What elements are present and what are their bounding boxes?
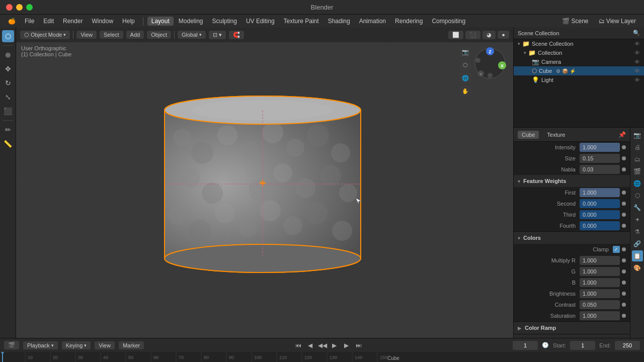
physics-props-icon[interactable]: ⚗ (632, 226, 643, 237)
modifier-props-icon[interactable]: 🔧 (632, 202, 643, 213)
custom-properties-header[interactable]: ▶ Custom Properties (514, 334, 630, 338)
select-menu[interactable]: Select (100, 31, 123, 39)
scene-collection-visibility[interactable]: 👁 (634, 41, 640, 47)
jump-end-btn[interactable]: ⏭ (354, 340, 364, 350)
second-keyframe-dot[interactable] (622, 202, 626, 206)
object-props-icon[interactable]: ⬡ (632, 190, 643, 201)
prop-pin-icon[interactable]: 📌 (618, 131, 626, 138)
cursor-tool[interactable]: ⊕ (2, 49, 14, 61)
world-props-icon[interactable]: 🌐 (632, 178, 643, 189)
outliner-filter-icon[interactable]: 🔍 (633, 30, 640, 36)
workspace-animation[interactable]: Animation (355, 17, 390, 26)
menu-blender[interactable]: 🍊 (4, 17, 20, 26)
intensity-keyframe-dot[interactable] (622, 145, 626, 149)
outliner-item-scene-collection[interactable]: ▾ 📁 Scene Collection 👁 (514, 39, 644, 48)
viewport-shading-lookdev[interactable]: ◕ (482, 31, 496, 39)
object-menu[interactable]: Object (147, 31, 171, 39)
nabla-value[interactable]: 0.03 (580, 165, 620, 174)
start-frame[interactable]: 1 (570, 341, 595, 350)
multiply-r-value[interactable]: 1.000 (580, 256, 620, 265)
nabla-keyframe-dot[interactable] (622, 167, 626, 171)
fourth-value[interactable]: 0.000 (580, 221, 620, 230)
prev-frame-btn[interactable]: ◀ (305, 340, 315, 350)
workspace-texture-paint[interactable]: Texture Paint (280, 17, 323, 26)
play-btn[interactable]: ▶ (330, 340, 340, 350)
intensity-value[interactable]: 1.000 (580, 143, 620, 152)
feature-weights-header[interactable]: ▾ Feature Weights (514, 175, 630, 187)
menu-help[interactable]: Help (118, 17, 139, 26)
brightness-dot[interactable] (622, 292, 626, 296)
workspace-modeling[interactable]: Modeling (175, 17, 207, 26)
keying-dropdown[interactable]: Keying ▾ (62, 341, 91, 349)
camera-view-btn[interactable]: 📷 (460, 46, 471, 57)
select-tool[interactable]: ⬡ (2, 30, 14, 42)
minimize-button[interactable] (16, 4, 23, 11)
outliner-item-camera[interactable]: 📷 Camera 👁 (514, 57, 644, 66)
material-props-icon[interactable]: 🎨 (632, 262, 643, 274)
add-menu[interactable]: Add (126, 31, 144, 39)
workspace-layout[interactable]: Layout (147, 17, 174, 26)
play-reverse-btn[interactable]: ◀◀ (317, 340, 328, 350)
cube-visibility[interactable]: 👁 (634, 68, 640, 74)
menu-render[interactable]: Render (59, 17, 87, 26)
viewport[interactable]: ⬡ Object Mode ▾ View Select Add Object G… (16, 27, 513, 338)
close-button[interactable] (6, 4, 13, 11)
saturation-dot[interactable] (622, 314, 626, 318)
viewport-shading-render[interactable]: ● (498, 31, 509, 39)
annotate-tool[interactable]: ✏ (2, 124, 14, 136)
rotate-tool[interactable]: ↻ (2, 77, 14, 89)
first-keyframe-dot[interactable] (622, 191, 626, 195)
collection-visibility[interactable]: 👁 (634, 50, 640, 56)
multiply-r-dot[interactable] (622, 258, 626, 262)
menu-window[interactable]: Window (88, 17, 117, 26)
view-layer-props-icon[interactable]: 🗂 (632, 154, 643, 165)
marker-menu[interactable]: Marker (119, 341, 144, 349)
viewport-shading-wire[interactable]: ⬜ (448, 31, 463, 39)
pivot-dropdown[interactable]: ⊡ ▾ (209, 31, 226, 39)
size-value[interactable]: 0.15 (580, 154, 620, 163)
navigation-gizmo[interactable]: Z X Y (473, 46, 507, 80)
workspace-rendering[interactable]: Rendering (391, 17, 427, 26)
viewport-shading-solid[interactable]: ⬛ (465, 31, 480, 39)
scale-tool[interactable]: ⤡ (2, 91, 14, 103)
clamp-checkbox[interactable]: ✓ (613, 246, 620, 253)
bottom-view-source[interactable]: 🎬 (4, 341, 19, 349)
light-visibility[interactable]: 👁 (634, 77, 640, 83)
size-keyframe-dot[interactable] (622, 156, 626, 160)
b-dot[interactable] (622, 281, 626, 285)
view-layer[interactable]: 🗂 View Layer (595, 17, 640, 26)
third-value[interactable]: 0.000 (580, 210, 620, 219)
measure-tool[interactable]: 📏 (2, 138, 14, 150)
output-props-icon[interactable]: 🖨 (632, 142, 643, 153)
perspective-btn[interactable]: ⬡ (460, 59, 471, 70)
bottom-view-menu[interactable]: View (95, 341, 115, 349)
menu-file[interactable]: File (21, 17, 38, 26)
g-dot[interactable] (622, 269, 626, 274)
workspace-sculpting[interactable]: Sculpting (208, 17, 241, 26)
prop-tab-texture[interactable]: Texture (543, 131, 569, 139)
contrast-dot[interactable] (622, 303, 626, 307)
jump-start-btn[interactable]: ⏮ (293, 340, 303, 350)
data-props-icon[interactable]: 📋 (632, 250, 643, 261)
outliner-item-light[interactable]: 💡 Light 👁 (514, 75, 644, 84)
b-value[interactable]: 1.000 (580, 278, 620, 287)
third-keyframe-dot[interactable] (622, 213, 626, 217)
first-value[interactable]: 1.000 (580, 188, 620, 197)
constraints-props-icon[interactable]: 🔗 (632, 238, 643, 249)
move-tool[interactable]: ✥ (2, 63, 14, 75)
outliner-item-collection[interactable]: ▾ 📁 Collection 👁 (514, 48, 644, 57)
maximize-button[interactable] (26, 4, 33, 11)
colors-header[interactable]: ▾ Colors (514, 232, 630, 244)
menu-edit[interactable]: Edit (39, 17, 58, 26)
next-frame-btn[interactable]: ▶ (342, 340, 352, 350)
outliner-item-cube[interactable]: ⬡ Cube ⚙ 📦 ⚡ 👁 (514, 66, 644, 75)
view-menu[interactable]: View (76, 31, 97, 39)
current-frame[interactable]: 1 (513, 341, 538, 350)
clamp-dot[interactable] (622, 247, 626, 251)
render-props-icon[interactable]: 📷 (632, 130, 643, 141)
workspace-uv-editing[interactable]: UV Editing (242, 17, 279, 26)
g-value[interactable]: 1.000 (580, 267, 620, 276)
fourth-keyframe-dot[interactable] (622, 224, 626, 228)
color-ramp-header[interactable]: ▶ Color Ramp (514, 322, 630, 334)
brightness-value[interactable]: 1.000 (580, 289, 620, 298)
